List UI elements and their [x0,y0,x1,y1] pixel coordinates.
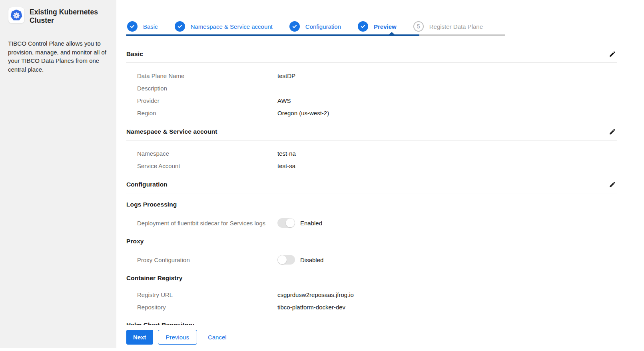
edit-namespace-button[interactable] [608,127,617,136]
step-preview[interactable]: Preview [358,21,397,32]
step-configuration[interactable]: Configuration [289,21,341,32]
stepper-progress-remaining [419,34,505,36]
stepper-progress-completed [126,34,419,36]
field-row-service-account: Service Account test-sa [126,160,617,172]
field-row-region: Region Oregon (us-west-2) [126,107,617,119]
toggle-state-label: Enabled [300,220,322,227]
toggle-state-label: Disabled [300,257,323,263]
toggle-knob [286,219,295,227]
pencil-icon [609,128,616,135]
basic-fields: Data Plane Name testDP Description Provi… [126,70,617,119]
field-value: Oregon (us-west-2) [277,110,329,116]
field-row-description: Description [126,82,617,94]
check-icon [175,21,185,32]
field-value: tibco-platform-docker-dev [277,304,345,311]
check-icon [289,21,300,32]
field-label: Description [137,85,277,92]
stepper-progress-track [126,34,617,38]
sidebar-description: TIBCO Control Plane allows you to provis… [8,39,108,74]
page-title: Existing Kubernetes Cluster [30,7,108,25]
main-panel: Basic Namespace & Service account Config… [117,0,644,351]
section-basic-header: Basic [126,50,617,58]
step-label: Basic [143,23,158,30]
step-label: Namespace & Service account [191,23,273,30]
edit-basic-button[interactable] [608,50,617,58]
step-label: Preview [374,23,397,30]
check-icon [127,21,138,32]
field-label: Registry URL [137,291,277,298]
wizard-stepper: Basic Namespace & Service account Config… [126,21,617,32]
subsection-helm-chart-repository-title: Helm Chart Repository [126,321,617,325]
field-row-namespace: Namespace test-na [126,147,617,160]
field-value: AWS [277,97,291,104]
field-row-registry-url: Registry URL csgprdusw2reposaas.jfrog.io [126,289,617,301]
step-number-circle: 5 [413,21,424,32]
next-button[interactable]: Next [126,330,153,345]
subsection-proxy-title: Proxy [126,238,617,245]
sidebar-header: ☸ Existing Kubernetes Cluster [8,7,108,25]
step-label: Configuration [305,23,341,30]
kubernetes-wheel-icon: ☸ [10,10,22,21]
edit-configuration-button[interactable] [608,180,617,189]
step-namespace-service-account[interactable]: Namespace & Service account [175,21,273,32]
field-row-repository: Repository tibco-platform-docker-dev [126,301,617,313]
section-title: Namespace & Service account [126,128,217,135]
field-label: Service Account [137,162,277,169]
kubernetes-icon: ☸ [8,7,25,24]
field-value: test-na [277,150,296,157]
section-namespace-header: Namespace & Service account [126,127,617,136]
wizard-footer: Next Previous Cancel [117,325,644,351]
section-title: Configuration [126,181,167,188]
active-step-caret-icon [389,32,395,34]
field-row-data-plane-name: Data Plane Name testDP [126,70,617,82]
divider [126,62,617,63]
sidebar: ☸ Existing Kubernetes Cluster TIBCO Cont… [0,0,116,348]
divider [126,193,617,193]
fluentbit-toggle[interactable] [277,218,295,228]
provision-data-plane-page: ☸ Existing Kubernetes Cluster TIBCO Cont… [0,0,644,351]
pencil-icon [609,50,616,58]
section-title: Basic [126,50,143,58]
previous-button[interactable]: Previous [158,330,197,345]
field-label: Region [137,110,277,116]
field-label: Data Plane Name [137,72,277,79]
field-value: test-sa [277,162,295,169]
cancel-button[interactable]: Cancel [207,330,227,345]
container-registry-fields: Registry URL csgprdusw2reposaas.jfrog.io… [126,289,617,313]
section-configuration: Configuration Logs Processing Deployment… [126,180,617,325]
check-icon [358,21,368,32]
subsection-container-registry-title: Container Registry [126,275,617,282]
section-configuration-header: Configuration [126,180,617,189]
section-namespace-service-account: Namespace & Service account Namespace te… [126,127,617,172]
step-number: 5 [417,23,420,30]
toggle-label: Deployment of fluentbit sidecar for Serv… [137,220,277,227]
toggle-row-proxy: Proxy Configuration Disabled [126,255,617,265]
field-value: testDP [277,72,295,79]
field-label: Provider [137,97,277,104]
field-value: csgprdusw2reposaas.jfrog.io [277,291,354,298]
field-label: Repository [137,304,277,311]
toggle-row-fluentbit: Deployment of fluentbit sidecar for Serv… [126,218,617,228]
wizard-content: Basic Namespace & Service account Config… [117,0,644,325]
field-label: Namespace [137,150,277,157]
namespace-fields: Namespace test-na Service Account test-s… [126,147,617,172]
divider [126,140,617,140]
step-label: Register Data Plane [429,23,483,30]
toggle-label: Proxy Configuration [137,257,277,263]
step-basic[interactable]: Basic [127,21,158,32]
step-register-data-plane[interactable]: 5 Register Data Plane [413,21,483,32]
field-row-provider: Provider AWS [126,94,617,107]
proxy-toggle[interactable] [277,255,295,265]
pencil-icon [609,181,616,188]
toggle-knob [278,255,287,264]
subsection-logs-processing-title: Logs Processing [126,201,617,208]
section-basic: Basic Data Plane Name testDP Description [126,50,617,119]
